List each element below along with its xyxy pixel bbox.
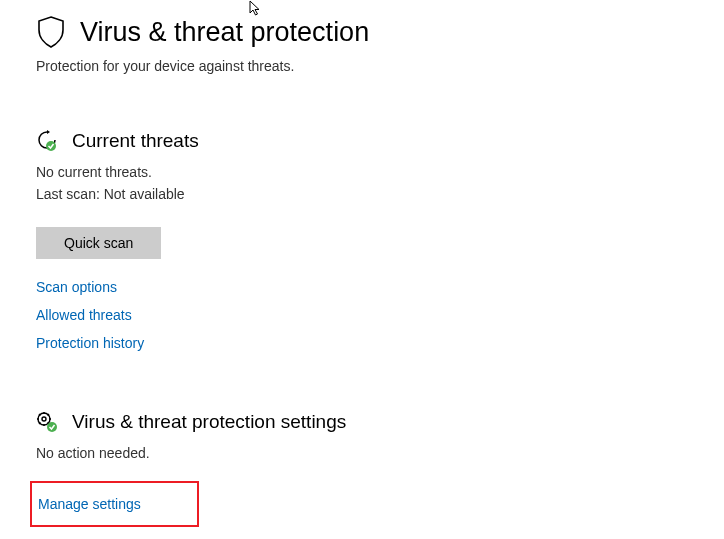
settings-shield-icon (36, 411, 58, 433)
current-threats-title: Current threats (72, 130, 199, 152)
page-subtitle: Protection for your device against threa… (36, 58, 724, 74)
section-header-settings: Virus & threat protection settings (36, 411, 724, 433)
threat-links: Scan options Allowed threats Protection … (36, 279, 724, 351)
current-threats-section: Current threats No current threats. Last… (36, 130, 724, 351)
page-title: Virus & threat protection (80, 17, 369, 48)
allowed-threats-link[interactable]: Allowed threats (36, 307, 724, 323)
svg-point-3 (47, 422, 57, 432)
threat-status-line2: Last scan: Not available (36, 184, 724, 206)
manage-settings-link[interactable]: Manage settings (38, 496, 141, 512)
vtp-settings-section: Virus & threat protection settings No ac… (36, 411, 724, 527)
svg-point-0 (46, 141, 56, 151)
section-header-current-threats: Current threats (36, 130, 724, 152)
shield-icon (36, 16, 66, 48)
quick-scan-button[interactable]: Quick scan (36, 227, 161, 259)
protection-history-link[interactable]: Protection history (36, 335, 724, 351)
scan-shield-icon (36, 130, 58, 152)
settings-status: No action needed. (36, 443, 724, 465)
highlight-annotation: Manage settings (30, 481, 199, 527)
page-header: Virus & threat protection (36, 16, 724, 48)
svg-point-2 (42, 417, 46, 421)
scan-options-link[interactable]: Scan options (36, 279, 724, 295)
vtp-settings-title: Virus & threat protection settings (72, 411, 346, 433)
threat-status-line1: No current threats. (36, 162, 724, 184)
